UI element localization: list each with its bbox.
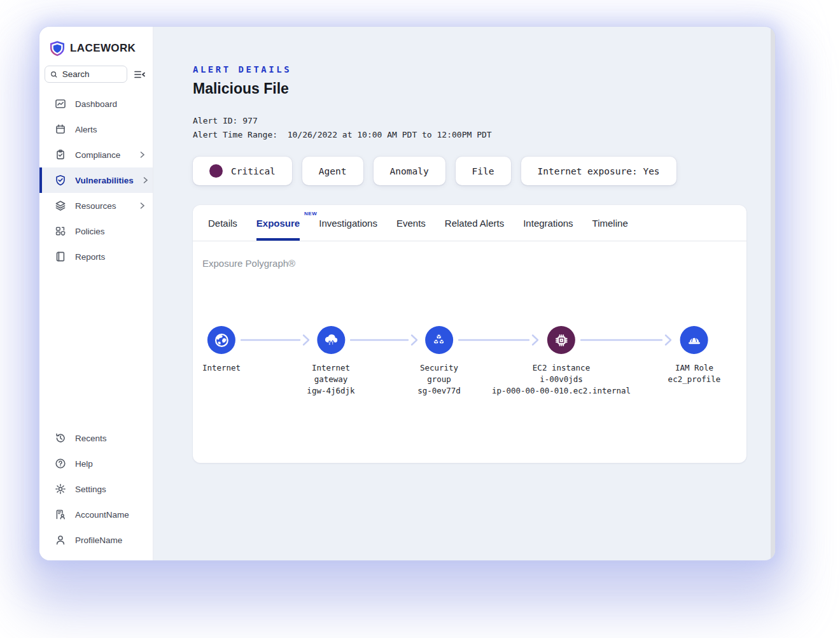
search-icon xyxy=(50,70,58,79)
chevron-right-icon xyxy=(139,202,145,209)
cubes-icon xyxy=(425,326,453,354)
badge-file: File xyxy=(456,157,511,185)
sidebar-item-reports[interactable]: Reports xyxy=(39,244,153,269)
severity-badge-critical: Critical xyxy=(193,157,292,185)
node-label: Security group sg-0ev77d xyxy=(417,362,461,397)
account-building-icon xyxy=(55,509,66,520)
search-input[interactable] xyxy=(62,69,122,79)
badge-internet-exposure: Internet exposure: Yes xyxy=(521,157,676,185)
sidebar-item-label: Compliance xyxy=(75,150,120,160)
flow-arrow xyxy=(241,332,312,348)
alert-details-card: Details Exposure NEW Investigations Even… xyxy=(193,205,746,463)
flow-arrow xyxy=(580,332,674,348)
cloud-gateway-icon xyxy=(317,326,345,354)
globe-icon xyxy=(207,326,235,354)
history-clock-icon xyxy=(55,432,66,444)
page-eyebrow: ALERT DETAILS xyxy=(193,64,775,74)
tab-related-alerts[interactable]: Related Alerts xyxy=(445,205,504,241)
new-flag: NEW xyxy=(304,211,317,216)
alert-meta: Alert ID: 977 Alert Time Range: 10/26/20… xyxy=(193,114,775,142)
sidebar-item-vulnerabilities[interactable]: Vulnerabilities xyxy=(39,167,153,193)
chevron-right-icon xyxy=(143,176,148,184)
book-icon xyxy=(55,251,66,262)
lacework-shield-icon xyxy=(49,40,66,57)
layers-icon xyxy=(55,200,66,211)
sidebar-item-label: Policies xyxy=(75,227,105,236)
scrollbar-track[interactable] xyxy=(771,27,775,560)
question-circle-icon xyxy=(55,458,66,469)
sidebar-item-label: Resources xyxy=(75,201,116,211)
sidebar-item-recents[interactable]: Recents xyxy=(39,425,153,451)
sidebar-item-settings[interactable]: Settings xyxy=(39,476,153,502)
polygraph-node-internet[interactable]: Internet xyxy=(202,326,241,374)
collapse-sidebar-icon[interactable] xyxy=(133,68,146,81)
sidebar-item-compliance[interactable]: Compliance xyxy=(39,142,153,167)
alert-time-range: Alert Time Range: 10/26/2022 at 10:00 AM… xyxy=(193,128,775,142)
person-icon xyxy=(55,534,66,546)
alert-badges: Critical Agent Anomaly File Internet exp… xyxy=(193,157,775,185)
brand-name: LACEWORK xyxy=(70,42,136,55)
sidebar-item-alerts[interactable]: Alerts xyxy=(39,117,153,142)
sidebar-item-resources[interactable]: Resources xyxy=(39,193,153,218)
alert-id: Alert ID: 977 xyxy=(193,114,775,128)
sidebar-footer: Recents Help Settings xyxy=(39,425,153,560)
polygraph-node-internet-gateway[interactable]: Internet gateway igw-4j6djk xyxy=(307,326,354,397)
page-title: Malicious File xyxy=(193,80,775,97)
search-box[interactable] xyxy=(45,66,127,83)
sidebar-item-profile[interactable]: ProfileName xyxy=(39,527,153,553)
node-label: Internet xyxy=(202,362,241,374)
gear-icon xyxy=(55,483,66,495)
sidebar: LACEWORK Dashboard xyxy=(39,27,153,560)
sidebar-item-label: ProfileName xyxy=(75,535,122,545)
polygraph-node-iam-role[interactable]: IAM Role ec2_profile xyxy=(668,326,721,385)
badge-agent: Agent xyxy=(302,157,363,185)
app-window: LACEWORK Dashboard xyxy=(39,27,775,560)
sidebar-item-policies[interactable]: Policies xyxy=(39,218,153,244)
tab-events[interactable]: Events xyxy=(396,205,426,241)
main-content: ALERT DETAILS Malicious File Alert ID: 9… xyxy=(153,27,775,560)
sidebar-item-dashboard[interactable]: Dashboard xyxy=(39,91,153,117)
sidebar-item-label: Vulnerabilities xyxy=(75,176,134,185)
hard-hat-icon xyxy=(680,326,708,354)
alerts-calendar-icon xyxy=(55,124,66,135)
chevron-right-icon xyxy=(139,151,145,159)
tab-integrations[interactable]: Integrations xyxy=(523,205,573,241)
sidebar-item-label: Reports xyxy=(75,252,105,262)
sidebar-item-label: AccountName xyxy=(75,510,129,520)
sidebar-item-label: Dashboard xyxy=(75,99,117,109)
tab-exposure[interactable]: Exposure NEW xyxy=(256,205,300,241)
sidebar-item-account[interactable]: AccountName xyxy=(39,502,153,527)
critical-severity-dot xyxy=(209,164,223,178)
node-label: EC2 instance i-00v0jds ip-000-00-00-010.… xyxy=(492,362,631,397)
badge-anomaly: Anomaly xyxy=(374,157,445,185)
shield-check-icon xyxy=(55,174,66,186)
sidebar-item-label: Alerts xyxy=(75,125,97,134)
policy-board-icon xyxy=(55,225,66,237)
sidebar-item-label: Recents xyxy=(75,434,107,443)
clipboard-check-icon xyxy=(55,149,66,160)
node-label: IAM Role ec2_profile xyxy=(668,362,721,385)
tab-details[interactable]: Details xyxy=(208,205,237,241)
sidebar-item-label: Help xyxy=(75,459,93,469)
tab-timeline[interactable]: Timeline xyxy=(592,205,628,241)
sidebar-item-help[interactable]: Help xyxy=(39,451,153,476)
tab-investigations[interactable]: Investigations xyxy=(319,205,377,241)
dashboard-icon xyxy=(55,98,66,110)
lacework-logo: LACEWORK xyxy=(39,27,153,66)
cpu-chip-icon xyxy=(547,326,575,354)
sidebar-nav: Dashboard Alerts Compliance xyxy=(39,91,153,269)
node-label: Internet gateway igw-4j6djk xyxy=(307,362,354,397)
tab-bar: Details Exposure NEW Investigations Even… xyxy=(193,205,746,241)
polygraph-title: Exposure Polygraph® xyxy=(202,258,746,269)
sidebar-item-label: Settings xyxy=(75,485,106,494)
flow-arrow xyxy=(350,332,420,348)
polygraph-node-security-group[interactable]: Security group sg-0ev77d xyxy=(417,326,461,397)
